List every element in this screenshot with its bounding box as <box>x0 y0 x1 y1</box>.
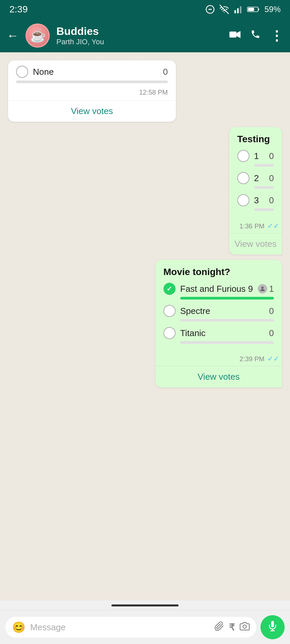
radio-ff9[interactable] <box>163 283 176 295</box>
option-row-ff9: Fast and Furious 9 1 <box>163 283 274 295</box>
group-avatar: ☕ <box>26 23 50 48</box>
radio-2[interactable] <box>237 172 249 184</box>
option-none-count: 0 <box>163 67 168 77</box>
poll-movie-option-titanic: Titanic 0 <box>163 327 274 344</box>
svg-rect-7 <box>248 8 254 11</box>
svg-point-10 <box>261 286 263 289</box>
poll-testing-footer: 1:36 PM ✓✓ <box>229 220 282 233</box>
option-spectre-text: Spectre <box>180 306 264 316</box>
view-votes-testing: View votes <box>229 233 282 255</box>
progress-3 <box>254 208 274 211</box>
radio-none[interactable] <box>16 66 28 78</box>
rupee-button[interactable]: ₹ <box>229 622 235 633</box>
svg-rect-3 <box>237 8 239 13</box>
phone-call-button[interactable] <box>250 29 260 42</box>
status-bar: 2:39 59% <box>0 0 290 19</box>
header-actions: ⋮ <box>229 28 283 43</box>
view-votes-partial[interactable]: View votes <box>8 100 176 122</box>
option-2-text: 2 <box>254 173 264 183</box>
option-ff9-count: 1 <box>269 284 274 294</box>
poll-movie-time: 2:39 PM <box>240 355 264 363</box>
message-input-wrap: 😊 Message ₹ <box>5 617 256 638</box>
svg-rect-2 <box>234 10 236 13</box>
radio-1[interactable] <box>237 150 249 162</box>
option-row-2: 2 0 <box>237 172 274 184</box>
double-tick-testing: ✓✓ <box>267 222 279 230</box>
double-tick-movie: ✓✓ <box>267 355 279 363</box>
attach-button[interactable] <box>214 621 224 634</box>
svg-point-11 <box>243 625 246 628</box>
group-name: Buddies <box>56 25 222 38</box>
progress-titanic <box>180 341 274 344</box>
poll-time-partial: 12:58 PM <box>139 89 168 96</box>
option-1-count: 0 <box>269 151 274 161</box>
view-votes-movie-text: View votes <box>198 372 240 382</box>
header-info[interactable]: Buddies Parth JIO, You <box>56 25 222 46</box>
chat-area: None 0 12:58 PM View votes Testing <box>0 52 290 616</box>
group-members: Parth JIO, You <box>56 38 222 46</box>
option-row-titanic: Titanic 0 <box>163 327 274 339</box>
message-input-placeholder[interactable]: Message <box>30 622 209 633</box>
progress-fill-ff9 <box>180 297 274 300</box>
chat-header: ← ☕ Buddies Parth JIO, You ⋮ <box>0 19 290 52</box>
outgoing-poll-testing: Testing 1 0 2 <box>229 127 282 255</box>
progress-1 <box>254 164 274 167</box>
option-3-text: 3 <box>254 195 264 206</box>
outgoing-poll-movie: Movie tonight? Fast and Furious 9 <box>155 260 282 387</box>
svg-rect-4 <box>240 6 242 13</box>
battery-icon <box>247 5 260 13</box>
notification-off-icon <box>205 5 215 14</box>
option-spectre-count: 0 <box>269 306 274 316</box>
option-titanic-count: 0 <box>269 328 274 338</box>
poll-testing-title: Testing <box>237 134 274 145</box>
wifi-icon <box>219 5 230 14</box>
option-row-3: 3 0 <box>237 194 274 206</box>
option-none-text: None <box>33 67 158 77</box>
emoji-button[interactable]: 😊 <box>12 621 26 634</box>
status-time: 2:39 <box>9 4 28 15</box>
poll-testing-content: Testing 1 0 2 <box>229 127 282 220</box>
voter-avatar <box>258 284 267 293</box>
option-ff9-text: Fast and Furious 9 <box>180 284 253 294</box>
view-votes-testing-text: View votes <box>235 239 277 249</box>
radio-spectre[interactable] <box>163 305 176 317</box>
signal-icon <box>234 5 243 14</box>
avatar-emoji: ☕ <box>30 28 46 43</box>
progress-ff9 <box>180 297 274 300</box>
poll-movie-footer: 2:39 PM ✓✓ <box>155 353 282 366</box>
poll-testing-time: 1:36 PM <box>240 222 264 230</box>
more-options-button[interactable]: ⋮ <box>270 28 283 43</box>
status-icons: 59% <box>205 5 281 14</box>
poll-movie-content: Movie tonight? Fast and Furious 9 <box>155 260 282 353</box>
back-button[interactable]: ← <box>7 29 19 43</box>
incoming-poll-partial: None 0 12:58 PM View votes <box>8 60 176 122</box>
svg-marker-9 <box>237 31 241 38</box>
poll-option-none: None 0 <box>8 60 176 80</box>
option-titanic-text: Titanic <box>180 328 264 338</box>
view-votes-movie[interactable]: View votes <box>155 366 282 387</box>
poll-movie-option-spectre: Spectre 0 <box>163 305 274 322</box>
option-row-spectre: Spectre 0 <box>163 305 274 317</box>
mic-button[interactable] <box>260 615 285 639</box>
messages-list: None 0 12:58 PM View votes Testing <box>8 58 282 440</box>
message-input-bar: 😊 Message ₹ <box>0 610 290 644</box>
video-call-button[interactable] <box>229 30 241 42</box>
option-row-1: 1 0 <box>237 150 274 162</box>
poll-testing-option-3: 3 0 <box>237 194 274 211</box>
option-none-progress <box>16 80 168 83</box>
camera-button[interactable] <box>240 621 250 634</box>
option-3-count: 0 <box>269 195 274 206</box>
mic-icon <box>267 621 278 634</box>
progress-spectre <box>180 319 274 322</box>
svg-rect-8 <box>230 32 237 38</box>
poll-movie-title: Movie tonight? <box>163 267 274 277</box>
poll-movie-option-ff9: Fast and Furious 9 1 <box>163 283 274 300</box>
poll-testing-option-1: 1 0 <box>237 150 274 167</box>
option-1-text: 1 <box>254 151 264 161</box>
home-indicator <box>111 604 179 606</box>
option-2-count: 0 <box>269 173 274 183</box>
radio-3[interactable] <box>237 194 249 206</box>
battery-percentage: 59% <box>264 5 281 14</box>
svg-rect-6 <box>258 8 259 10</box>
radio-titanic[interactable] <box>163 327 176 339</box>
